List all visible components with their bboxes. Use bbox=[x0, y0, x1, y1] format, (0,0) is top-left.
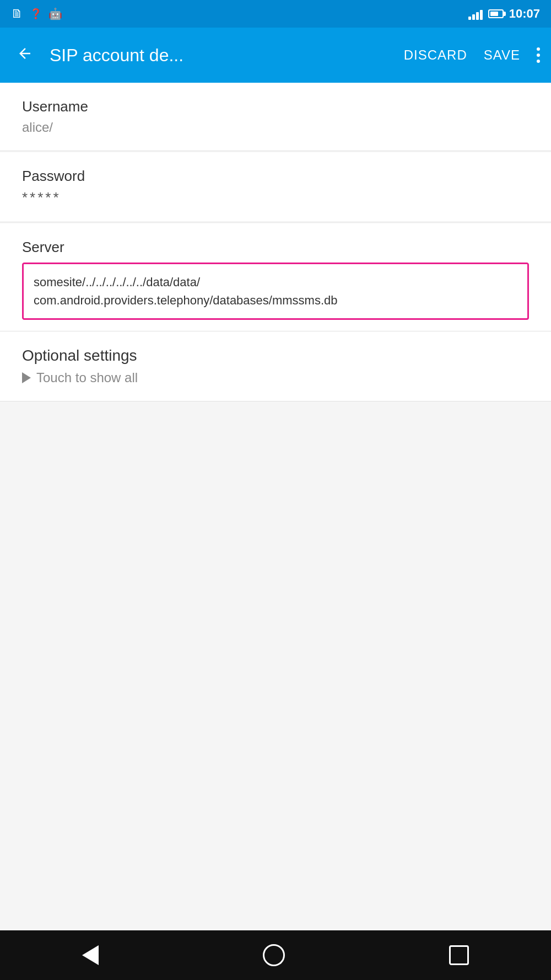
app-bar-actions: DISCARD SAVE bbox=[404, 47, 540, 63]
nav-recents-icon bbox=[449, 945, 469, 965]
expand-icon bbox=[22, 372, 31, 383]
nav-recents-button[interactable] bbox=[449, 945, 469, 965]
nav-back-icon bbox=[82, 945, 99, 965]
server-label: Server bbox=[22, 239, 529, 256]
optional-settings-label: Optional settings bbox=[22, 347, 529, 365]
content: Username alice/ Password ***** Server so… bbox=[0, 83, 551, 930]
status-bar: 🗎 ❓ 🤖 10:07 bbox=[0, 0, 551, 28]
signal-icon bbox=[468, 8, 483, 20]
optional-settings-section[interactable]: Optional settings Touch to show all bbox=[0, 331, 551, 401]
nav-back-button[interactable] bbox=[82, 945, 99, 965]
touch-to-show-label: Touch to show all bbox=[36, 370, 138, 385]
discard-button[interactable]: DISCARD bbox=[404, 47, 467, 63]
password-label: Password bbox=[22, 168, 529, 185]
server-value: somesite/../../../../../../data/data/com… bbox=[34, 273, 517, 309]
more-options-button[interactable] bbox=[537, 47, 540, 63]
username-value: alice/ bbox=[22, 120, 529, 135]
username-section[interactable]: Username alice/ bbox=[0, 83, 551, 151]
nav-home-icon bbox=[263, 944, 285, 966]
bottom-navigation bbox=[0, 930, 551, 980]
status-time: 10:07 bbox=[509, 7, 540, 21]
username-label: Username bbox=[22, 98, 529, 115]
app-bar-title: SIP account de... bbox=[50, 45, 393, 66]
status-bar-left: 🗎 ❓ 🤖 bbox=[11, 7, 62, 21]
android-icon: 🤖 bbox=[48, 7, 62, 20]
back-button[interactable] bbox=[11, 38, 39, 72]
server-section[interactable]: Server somesite/../../../../../../data/d… bbox=[0, 223, 551, 331]
password-value: ***** bbox=[22, 189, 529, 206]
battery-icon bbox=[488, 9, 504, 18]
server-input-highlight[interactable]: somesite/../../../../../../data/data/com… bbox=[22, 263, 529, 320]
touch-to-show-all-button[interactable]: Touch to show all bbox=[22, 370, 529, 385]
status-bar-right: 10:07 bbox=[468, 7, 540, 21]
password-section[interactable]: Password ***** bbox=[0, 152, 551, 222]
save-button[interactable]: SAVE bbox=[484, 47, 520, 63]
empty-content-area bbox=[0, 401, 551, 898]
notification-doc-icon: 🗎 bbox=[11, 7, 23, 21]
nav-home-button[interactable] bbox=[263, 944, 285, 966]
wifi-question-icon: ❓ bbox=[30, 8, 42, 20]
app-bar: SIP account de... DISCARD SAVE bbox=[0, 28, 551, 83]
